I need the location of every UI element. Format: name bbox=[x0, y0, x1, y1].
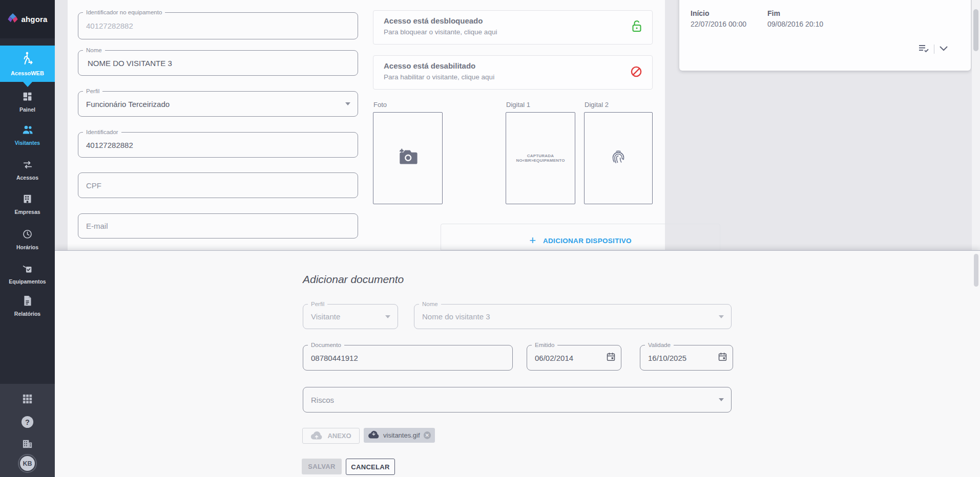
list-check-icon[interactable] bbox=[918, 43, 929, 55]
digital1-capture-box[interactable]: CAPTURADA NO<BR>EQUIPAMENTO bbox=[506, 112, 575, 204]
sidebar-item-label: Acessos bbox=[16, 175, 38, 181]
sidebar-item-label: AcessoWEB bbox=[11, 70, 44, 76]
fim-label: Fim bbox=[767, 9, 780, 17]
active-item-notch bbox=[23, 82, 32, 87]
people-icon bbox=[22, 124, 34, 137]
plus-icon: + bbox=[529, 235, 536, 246]
close-icon[interactable]: ✕ bbox=[424, 431, 431, 439]
chevron-down-icon bbox=[385, 315, 390, 318]
chevron-down-icon bbox=[719, 398, 724, 401]
cpf-field[interactable]: CPF bbox=[78, 172, 358, 198]
sidebar-item-empresas[interactable]: Empresas bbox=[0, 193, 55, 215]
calendar-icon[interactable] bbox=[607, 352, 615, 363]
field-placeholder: E-mail bbox=[86, 214, 342, 238]
digital2-label: Digital 2 bbox=[585, 101, 609, 109]
anexo-upload-button[interactable]: ANEXO bbox=[302, 428, 360, 444]
riscos-select[interactable]: Riscos bbox=[303, 387, 732, 413]
sidebar-item-acessoweb[interactable]: AcessoWEB bbox=[0, 46, 55, 82]
sidebar-item-acessos[interactable]: Acessos bbox=[0, 160, 55, 181]
foto-label: Foto bbox=[373, 101, 387, 109]
clock-icon bbox=[22, 229, 33, 242]
sidebar-item-label: Relatórios bbox=[14, 311, 40, 317]
logo-text: ahgora bbox=[21, 15, 47, 24]
add-device-label: ADICIONAR DISPOSITIVO bbox=[543, 237, 632, 245]
attachment-name: visitantes.gif bbox=[383, 431, 420, 439]
acessoweb-app: Identificador no equipamento 40127282882… bbox=[0, 0, 980, 477]
adicionar-documento-modal: Adicionar documento Perfil Visitante Nom… bbox=[55, 250, 980, 477]
fingerprint-icon bbox=[610, 148, 627, 168]
cloud-upload-icon bbox=[310, 431, 323, 441]
salvar-button[interactable]: SALVAR bbox=[302, 459, 342, 474]
field-value: 40127282882 bbox=[86, 133, 342, 157]
company-icon[interactable] bbox=[0, 438, 55, 449]
ban-icon bbox=[630, 65, 643, 80]
banner-subtitle: Para habilitar o visitante, clique aqui bbox=[384, 73, 494, 81]
calendar-icon[interactable] bbox=[718, 352, 727, 363]
digital1-label: Digital 1 bbox=[506, 101, 530, 109]
visitor-form-card: Identificador no equipamento 40127282882… bbox=[68, 0, 665, 250]
foto-capture-box[interactable] bbox=[373, 112, 443, 204]
sidebar-item-relatorios[interactable]: Relatórios bbox=[0, 295, 55, 317]
unlock-icon bbox=[631, 20, 643, 35]
sidebar-item-horarios[interactable]: Horários bbox=[0, 229, 55, 250]
camera-add-icon bbox=[398, 148, 418, 168]
sidebar-item-visitantes[interactable]: Visitantes bbox=[0, 124, 55, 146]
sidebar: ahgora AcessoWEB bbox=[0, 0, 55, 477]
field-value: 16/10/2025 bbox=[648, 345, 717, 370]
apps-grid-icon[interactable] bbox=[0, 393, 55, 405]
chevron-down-icon[interactable] bbox=[939, 45, 948, 54]
sidebar-item-equipamentos[interactable]: Equipamentos bbox=[0, 263, 55, 285]
attachment-chip[interactable]: visitantes.gif ✕ bbox=[364, 428, 435, 443]
cancelar-button[interactable]: CANCELAR bbox=[346, 459, 395, 475]
fim-value: 09/08/2016 20:10 bbox=[767, 20, 823, 28]
chevron-down-icon bbox=[719, 315, 724, 318]
email-field[interactable]: E-mail bbox=[78, 213, 358, 238]
field-value: 40127282882 bbox=[86, 13, 342, 39]
divider bbox=[934, 45, 934, 54]
modal-scrollbar-thumb[interactable] bbox=[974, 254, 978, 287]
field-placeholder: CPF bbox=[86, 173, 342, 198]
modal-title: Adicionar documento bbox=[303, 273, 404, 286]
sidebar-item-label: Painel bbox=[19, 106, 35, 113]
field-value: Visitante bbox=[311, 305, 382, 329]
field-value: NOME DO VISITANTE 3 bbox=[88, 51, 342, 75]
nome-field[interactable]: Nome NOME DO VISITANTE 3 bbox=[78, 50, 358, 76]
identificador-field[interactable]: Identificador 40127282882 bbox=[78, 132, 358, 158]
walking-person-icon bbox=[21, 51, 34, 68]
inicio-label: Início bbox=[691, 9, 710, 17]
ahgora-logo[interactable]: ahgora bbox=[0, 0, 55, 38]
perfil-select[interactable]: Perfil Funcionário Terceirizado bbox=[78, 91, 358, 117]
field-value: Nome do visitante 3 bbox=[422, 305, 716, 329]
modal-nome-select[interactable]: Nome Nome do visitante 3 bbox=[414, 304, 732, 329]
field-value: Funcionário Terceirizado bbox=[86, 92, 342, 116]
add-device-button[interactable]: + ADICIONAR DISPOSITIVO bbox=[441, 224, 720, 250]
cloud-download-icon bbox=[368, 430, 380, 441]
user-avatar[interactable]: KB bbox=[18, 454, 37, 473]
page-scrollbar[interactable] bbox=[972, 0, 980, 250]
sidebar-item-painel[interactable]: Painel bbox=[0, 91, 55, 113]
emitido-date-field[interactable]: Emitido 06/02/2014 bbox=[527, 345, 621, 371]
sidebar-item-label: Equipamentos bbox=[9, 278, 46, 285]
ahgora-logo-icon bbox=[7, 13, 18, 26]
documento-field[interactable]: Documento 08780441912 bbox=[303, 345, 513, 371]
access-unlocked-banner[interactable]: Acesso está desbloqueado Para bloquear o… bbox=[373, 10, 653, 45]
banner-title: Acesso está desabilitado bbox=[384, 61, 475, 70]
identificador-equipamento-field[interactable]: Identificador no equipamento 40127282882 bbox=[78, 12, 358, 39]
help-icon[interactable]: ? bbox=[0, 415, 55, 429]
period-card-actions bbox=[918, 43, 948, 55]
field-value: 06/02/2014 bbox=[535, 345, 606, 370]
anexo-label: ANEXO bbox=[327, 432, 351, 440]
svg-text:?: ? bbox=[25, 418, 30, 426]
building-icon bbox=[22, 193, 33, 206]
digital2-capture-box[interactable] bbox=[584, 112, 653, 204]
sidebar-item-label: Empresas bbox=[14, 209, 40, 215]
access-disabled-banner[interactable]: Acesso está desabilitado Para habilitar … bbox=[373, 55, 653, 90]
sidebar-item-label: Horários bbox=[16, 244, 38, 250]
sidebar-item-label: Visitantes bbox=[15, 140, 40, 146]
validade-date-field[interactable]: Validade 16/10/2025 bbox=[640, 345, 733, 371]
swap-arrows-icon bbox=[22, 160, 33, 172]
modal-perfil-select[interactable]: Perfil Visitante bbox=[303, 304, 398, 329]
scrollbar-thumb[interactable] bbox=[973, 9, 978, 51]
banner-title: Acesso está desbloqueado bbox=[384, 16, 483, 25]
device-icon bbox=[22, 263, 33, 276]
